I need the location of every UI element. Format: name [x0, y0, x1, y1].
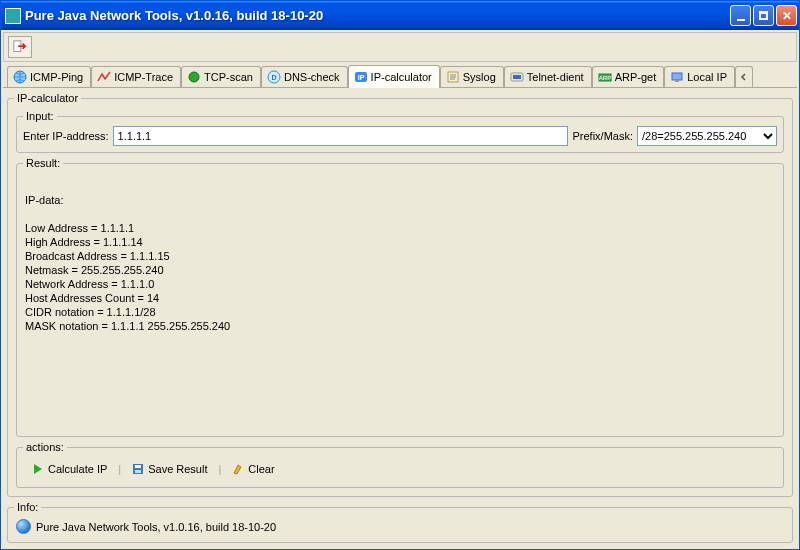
toolbar	[3, 32, 797, 62]
calculate-button[interactable]: Calculate IP	[25, 459, 114, 479]
minimize-button[interactable]	[730, 5, 751, 26]
panel-legend: IP-calculator	[14, 92, 81, 104]
tab-ip-calculator[interactable]: IP IP-calculator	[348, 65, 440, 88]
trace-icon	[97, 70, 111, 84]
result-text: IP-data: Low Address = 1.1.1.1 High Addr…	[23, 173, 777, 430]
tab-label: Syslog	[463, 71, 496, 83]
tab-local-ip[interactable]: Local IP	[664, 66, 735, 87]
tab-label: Local IP	[687, 71, 727, 83]
window-title: Pure Java Network Tools, v1.0.16, build …	[25, 8, 730, 23]
tab-label: ICMP-Trace	[114, 71, 173, 83]
tab-arp-get[interactable]: ARP ARP-get	[592, 66, 665, 87]
tab-label: TCP-scan	[204, 71, 253, 83]
tab-syslog[interactable]: Syslog	[440, 66, 504, 87]
tab-label: Telnet-dient	[527, 71, 584, 83]
tab-dns-check[interactable]: D DNS-check	[261, 66, 348, 87]
arp-icon: ARP	[598, 70, 612, 84]
green-dot-icon	[187, 70, 201, 84]
tab-telnet-client[interactable]: Telnet-dient	[504, 66, 592, 87]
ip-icon: IP	[354, 70, 368, 84]
exit-icon	[13, 40, 27, 54]
svg-text:D: D	[271, 74, 276, 81]
tab-icmp-trace[interactable]: ICMP-Trace	[91, 66, 181, 87]
maximize-button[interactable]	[753, 5, 774, 26]
svg-rect-15	[672, 73, 682, 80]
exit-button[interactable]	[8, 36, 32, 58]
ip-calculator-panel: IP-calculator Input: Enter IP-address: P…	[7, 92, 793, 497]
localip-icon	[670, 70, 684, 84]
panel-area: IP-calculator Input: Enter IP-address: P…	[3, 88, 797, 547]
separator: |	[118, 463, 121, 475]
mask-label: Prefix/Mask:	[572, 130, 633, 142]
svg-rect-16	[675, 80, 679, 82]
tab-overflow-button[interactable]	[735, 66, 753, 87]
chevron-left-icon	[739, 72, 749, 82]
info-group: Info: Pure Java Network Tools, v1.0.16, …	[7, 501, 793, 543]
svg-text:IP: IP	[357, 74, 364, 81]
dns-icon: D	[267, 70, 281, 84]
svg-rect-12	[513, 75, 521, 79]
save-label: Save Result	[148, 463, 207, 475]
separator: |	[218, 463, 221, 475]
globe-icon	[16, 519, 31, 534]
info-legend: Info:	[14, 501, 41, 513]
window-controls: ✕	[730, 5, 797, 26]
svg-point-2	[189, 72, 199, 82]
result-group: Result: IP-data: Low Address = 1.1.1.1 H…	[16, 157, 784, 437]
svg-rect-19	[135, 470, 141, 473]
save-icon	[132, 463, 144, 475]
clear-icon	[232, 463, 244, 475]
ip-label: Enter IP-address:	[23, 130, 109, 142]
svg-rect-18	[135, 465, 141, 468]
result-legend: Result:	[23, 157, 63, 169]
tab-icmp-ping[interactable]: ICMP-Ping	[7, 66, 91, 87]
save-result-button[interactable]: Save Result	[125, 459, 214, 479]
input-legend: Input:	[23, 110, 57, 122]
clear-button[interactable]: Clear	[225, 459, 281, 479]
tab-label: IP-calculator	[371, 71, 432, 83]
actions-legend: actions:	[23, 441, 67, 453]
svg-text:ARP: ARP	[598, 75, 610, 81]
play-icon	[32, 463, 44, 475]
tab-tcp-scan[interactable]: TCP-scan	[181, 66, 261, 87]
close-button[interactable]: ✕	[776, 5, 797, 26]
ip-address-input[interactable]	[113, 126, 569, 146]
tab-bar: ICMP-Ping ICMP-Trace TCP-scan D DNS-chec…	[3, 64, 797, 88]
telnet-icon	[510, 70, 524, 84]
input-group: Input: Enter IP-address: Prefix/Mask: /2…	[16, 110, 784, 153]
actions-group: actions: Calculate IP | Save Result | Cl…	[16, 441, 784, 488]
client-area: ICMP-Ping ICMP-Trace TCP-scan D DNS-chec…	[1, 30, 799, 549]
prefix-mask-select[interactable]: /28=255.255.255.240	[637, 126, 777, 146]
titlebar: Pure Java Network Tools, v1.0.16, build …	[1, 1, 799, 30]
tab-label: ARP-get	[615, 71, 657, 83]
tab-label: DNS-check	[284, 71, 340, 83]
globe-icon	[13, 70, 27, 84]
syslog-icon	[446, 70, 460, 84]
clear-label: Clear	[248, 463, 274, 475]
tab-label: ICMP-Ping	[30, 71, 83, 83]
info-text: Pure Java Network Tools, v1.0.16, build …	[36, 521, 276, 533]
app-icon	[5, 8, 21, 24]
calculate-label: Calculate IP	[48, 463, 107, 475]
